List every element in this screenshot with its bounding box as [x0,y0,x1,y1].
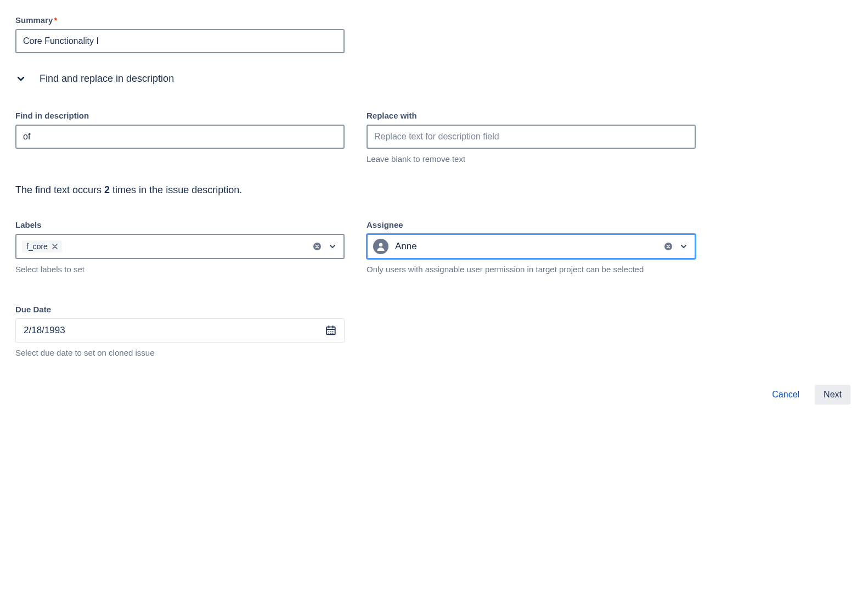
cancel-button[interactable]: Cancel [772,390,799,400]
assignee-dropdown-icon[interactable] [678,241,689,252]
svg-point-11 [330,333,331,334]
labels-hint: Select labels to set [15,263,345,275]
find-label: Find in description [15,111,345,120]
labels-select[interactable]: f_core [15,234,345,259]
assignee-hint: Only users with assignable user permissi… [367,263,696,275]
occurrence-suffix: times in the issue description. [110,184,242,195]
occurrence-prefix: The find text occurs [15,184,104,195]
svg-point-10 [328,333,329,334]
find-replace-collapse[interactable]: Find and replace in description [15,73,853,85]
due-date-label: Due Date [15,305,345,314]
label-chip-text: f_core [26,242,48,251]
assignee-select[interactable]: Anne [367,234,696,259]
calendar-icon[interactable] [325,325,336,336]
required-indicator: * [54,15,57,25]
replace-input[interactable] [367,125,696,149]
avatar-icon [373,239,388,254]
labels-dropdown-icon[interactable] [327,241,338,252]
label-chip-remove-icon[interactable] [52,244,58,249]
chevron-down-icon [15,74,26,85]
occurrence-text: The find text occurs 2 times in the issu… [15,184,853,196]
due-date-hint: Select due date to set on cloned issue [15,347,345,358]
svg-point-1 [379,243,382,246]
label-chip: f_core [22,240,62,252]
due-date-value: 2/18/1993 [24,325,321,336]
assignee-value: Anne [395,241,417,252]
find-replace-collapse-label: Find and replace in description [40,73,174,85]
summary-label-text: Summary [15,15,53,25]
replace-label: Replace with [367,111,696,120]
assignee-clear-icon[interactable] [663,241,674,252]
replace-hint: Leave blank to remove text [367,153,696,165]
assignee-label: Assignee [367,220,696,229]
summary-input[interactable] [15,29,345,53]
labels-label: Labels [15,220,345,229]
svg-point-9 [332,331,334,332]
due-date-input[interactable]: 2/18/1993 [15,318,345,343]
next-button[interactable]: Next [815,385,850,405]
svg-point-8 [330,331,331,332]
occurrence-count: 2 [104,184,110,195]
find-input[interactable] [15,125,345,149]
svg-point-7 [328,331,329,332]
summary-label: Summary* [15,15,853,25]
svg-point-12 [332,333,334,334]
labels-clear-icon[interactable] [312,241,323,252]
